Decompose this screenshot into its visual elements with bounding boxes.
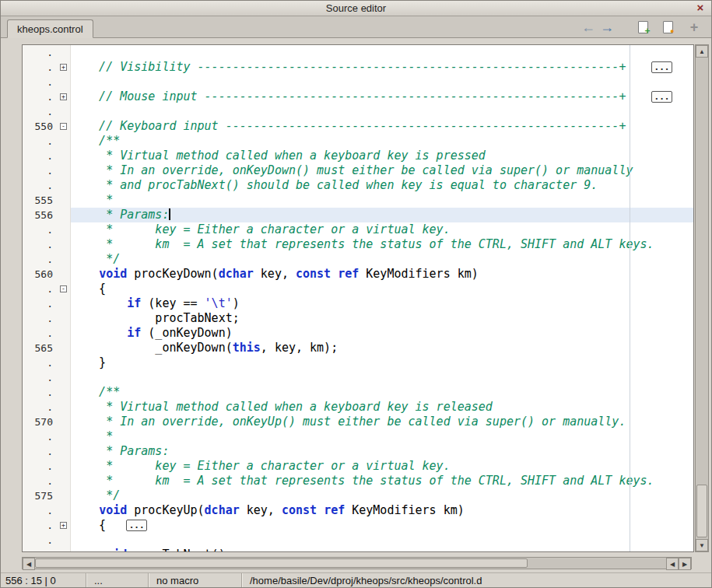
- code-line[interactable]: *: [71, 429, 693, 444]
- code-line[interactable]: void procKeyDown(dchar key, const ref Ke…: [71, 267, 693, 282]
- plus-badge-icon: +: [644, 26, 650, 37]
- horizontal-scroll-thumb[interactable]: [35, 558, 528, 568]
- right-margin-ruler: [630, 45, 630, 551]
- gutter-dot: .: [23, 222, 57, 237]
- code-line[interactable]: * In an override, onKeyUp() must either …: [71, 415, 693, 429]
- fold-gutter-cell: [57, 296, 70, 311]
- gutter-dot: .: [23, 474, 57, 488]
- code-line[interactable]: * Virtual method called when a keyboard …: [71, 149, 693, 163]
- horizontal-scroll-track[interactable]: [35, 558, 666, 569]
- gutter-dot: .: [23, 163, 57, 178]
- code-line[interactable]: /**: [71, 134, 693, 149]
- code-line[interactable]: */: [71, 488, 693, 503]
- code-line[interactable]: * km = A set that represents the status …: [71, 237, 693, 252]
- fold-gutter-cell: [57, 400, 70, 415]
- code-line[interactable]: * key = Either a character or a virtual …: [71, 222, 693, 237]
- code-line[interactable]: *: [71, 193, 693, 208]
- gutter-dot: .: [23, 149, 57, 163]
- back-button[interactable]: ←: [579, 19, 598, 36]
- fold-toggle-icon[interactable]: +: [60, 522, 67, 529]
- editor-foldbar: ++--+: [57, 45, 71, 551]
- code-line[interactable]: * key = Either a character or a virtual …: [71, 459, 693, 474]
- code-line[interactable]: * Virtual method called when a keyboard …: [71, 400, 693, 415]
- fold-gutter-cell: [57, 267, 70, 282]
- new-document-button[interactable]: +: [633, 19, 652, 36]
- source-editor-window: Source editor × kheops.control ← → + ● +…: [0, 0, 712, 588]
- code-line[interactable]: * In an override, onKeyDown() must eithe…: [71, 163, 693, 178]
- scroll-down-button[interactable]: ▼: [696, 539, 708, 551]
- fold-toggle-icon[interactable]: -: [60, 285, 67, 292]
- code-line[interactable]: * Params:: [71, 444, 693, 459]
- gutter-line-number: 550: [23, 119, 57, 134]
- gutter-line-number: 565: [23, 341, 57, 355]
- gutter-dot: .: [23, 355, 57, 370]
- code-line[interactable]: [71, 104, 693, 119]
- scroll-right-button[interactable]: ▶: [679, 558, 691, 570]
- code-line[interactable]: [71, 533, 693, 548]
- code-line[interactable]: // Visibility --------------------------…: [71, 60, 693, 75]
- down-arrow-icon: ▼: [699, 542, 705, 549]
- code-line[interactable]: [71, 370, 693, 385]
- code-line[interactable]: void procTabNext(): [71, 548, 693, 551]
- code-line[interactable]: {...: [71, 518, 693, 533]
- code-line[interactable]: procTabNext;: [71, 311, 693, 326]
- fold-toggle-icon[interactable]: +: [60, 93, 67, 100]
- fold-gutter-cell: [57, 355, 70, 370]
- fold-gutter-cell: [57, 134, 70, 149]
- fold-gutter-cell: [57, 488, 70, 503]
- close-button[interactable]: ×: [694, 2, 707, 14]
- code-line[interactable]: * and procTabNext() should be called whe…: [71, 178, 693, 193]
- fold-gutter-cell: [57, 311, 70, 326]
- editor-toolbar: ← → + ● +: [579, 19, 703, 36]
- dock-handle-button[interactable]: +: [685, 19, 703, 36]
- gutter-dot: .: [23, 400, 57, 415]
- gutter-dot: .: [23, 282, 57, 296]
- code-line[interactable]: }: [71, 355, 693, 370]
- document-state-button[interactable]: ●: [658, 19, 677, 36]
- code-line[interactable]: void procKeyUp(dchar key, const ref KeyM…: [71, 503, 693, 518]
- left-arrow-icon: ◀: [26, 561, 31, 568]
- scroll-left-button-secondary[interactable]: ◀: [666, 558, 679, 570]
- fold-gutter-cell: [57, 208, 70, 222]
- gutter-dot: .: [23, 533, 57, 548]
- code-line[interactable]: /**: [71, 385, 693, 400]
- fold-gutter-cell: [57, 341, 70, 355]
- code-line[interactable]: * Params:: [71, 208, 693, 222]
- fold-gutter-cell: [57, 75, 70, 89]
- code-line[interactable]: * km = A set that represents the status …: [71, 474, 693, 488]
- titlebar: Source editor ×: [1, 1, 711, 16]
- vertical-scrollbar[interactable]: ▲ ▼: [695, 44, 709, 552]
- vertical-scroll-thumb[interactable]: [696, 485, 707, 537]
- gutter-line-number: 555: [23, 193, 57, 208]
- scroll-up-button[interactable]: ▲: [696, 45, 708, 58]
- vertical-scroll-track[interactable]: [696, 58, 708, 539]
- code-line[interactable]: [71, 45, 693, 60]
- fold-toggle-icon[interactable]: +: [60, 64, 67, 71]
- tab-bar: kheops.control ← → + ● +: [1, 16, 711, 38]
- collapsed-code-box[interactable]: ...: [651, 61, 672, 73]
- code-line[interactable]: if (key == '\t'): [71, 296, 693, 311]
- horizontal-scrollbar[interactable]: ◀ ◀ ▶: [22, 557, 692, 569]
- tab-label: kheops.control: [17, 23, 83, 35]
- forward-button[interactable]: →: [598, 19, 616, 36]
- code-line[interactable]: if (_onKeyDown): [71, 326, 693, 341]
- code-line[interactable]: // Keyboard input ----------------------…: [71, 119, 693, 134]
- scroll-left-button[interactable]: ◀: [23, 558, 35, 570]
- collapsed-code-box[interactable]: ...: [651, 91, 672, 103]
- forward-arrow-icon: →: [600, 19, 614, 36]
- code-line[interactable]: // Mouse input -------------------------…: [71, 89, 693, 104]
- collapsed-code-box[interactable]: ...: [126, 520, 147, 531]
- code-line[interactable]: {: [71, 282, 693, 296]
- tab-kheops-control[interactable]: kheops.control: [7, 19, 93, 38]
- code-line[interactable]: _onKeyDown(this, key, km);: [71, 341, 693, 355]
- fold-gutter-cell: [57, 385, 70, 400]
- window-title: Source editor: [1, 2, 711, 14]
- gutter-dot: .: [23, 89, 57, 104]
- code-line[interactable]: */: [71, 252, 693, 267]
- fold-toggle-icon[interactable]: -: [60, 123, 67, 130]
- editor-code[interactable]: // Visibility --------------------------…: [71, 45, 693, 551]
- editor[interactable]: .....550....555556...560....565....570..…: [22, 44, 694, 552]
- gutter-dot: .: [23, 459, 57, 474]
- code-line[interactable]: [71, 75, 693, 89]
- up-arrow-icon: ▲: [699, 48, 705, 55]
